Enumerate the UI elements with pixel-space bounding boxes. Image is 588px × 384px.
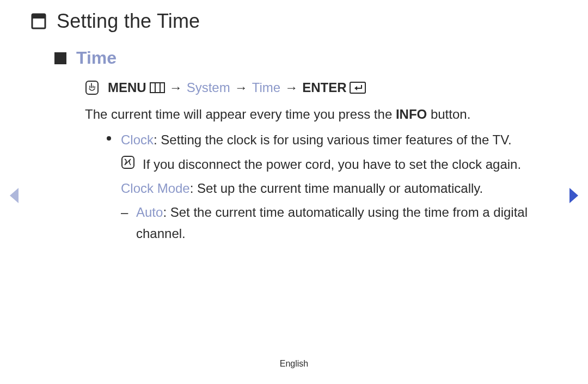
enter-key-icon — [350, 82, 366, 94]
bullet-list: Clock: Setting the clock is for using va… — [107, 130, 558, 244]
page-content: Setting the Time Time MENU → System → Ti… — [0, 0, 588, 244]
svg-rect-1 — [32, 14, 45, 19]
svg-rect-2 — [54, 52, 66, 64]
dash-item-auto: – Auto: Set the current time automatical… — [121, 202, 558, 244]
clockmode-description: : Set up the current time manually or au… — [190, 181, 483, 196]
note-text: If you disconnect the power cord, you ha… — [143, 154, 521, 175]
intro-suffix: button. — [427, 107, 470, 121]
bullet-dot-icon — [107, 130, 112, 150]
page-title: Setting the Time — [57, 10, 200, 33]
intro-paragraph: The current time will appear every time … — [85, 104, 558, 124]
footer-language: English — [0, 359, 588, 369]
dash-mark: – — [121, 202, 128, 244]
clock-description: : Setting the clock is for using various… — [154, 132, 512, 147]
clockmode-row: Clock Mode: Set up the current time manu… — [121, 178, 558, 199]
arrow-separator: → — [234, 78, 249, 97]
clock-term: Clock — [121, 132, 154, 147]
auto-description: : Set the current time automatically usi… — [136, 205, 528, 240]
note-row: If you disconnect the power cord, you ha… — [121, 154, 558, 175]
path-system: System — [187, 78, 230, 97]
menu-label: MENU — [108, 78, 146, 97]
menu-grid-icon — [150, 82, 165, 93]
menu-path: MENU → System → Time → ENTER — [85, 78, 558, 97]
next-page-button[interactable] — [567, 187, 580, 204]
auto-term: Auto — [136, 205, 163, 220]
path-time: Time — [252, 78, 280, 97]
prev-page-button[interactable] — [8, 187, 21, 204]
section-heading-row: Time — [54, 48, 558, 68]
arrow-separator: → — [168, 78, 183, 97]
svg-rect-3 — [86, 81, 98, 94]
note-icon — [121, 154, 135, 175]
page-title-row: Setting the Time — [30, 10, 558, 33]
clockmode-term: Clock Mode — [121, 181, 190, 196]
dash-content: Auto: Set the current time automatically… — [136, 202, 558, 244]
section-heading: Time — [76, 48, 117, 68]
bullet-content: Clock: Setting the clock is for using va… — [121, 130, 512, 150]
intro-prefix: The current time will appear every time … — [85, 107, 396, 121]
svg-rect-4 — [150, 83, 164, 93]
hand-icon — [85, 80, 99, 95]
arrow-separator: → — [284, 78, 299, 97]
square-bullet-icon — [54, 52, 66, 64]
bullet-item-clock: Clock: Setting the clock is for using va… — [107, 130, 558, 150]
info-button-label: INFO — [396, 107, 427, 121]
bookmark-icon — [30, 13, 47, 29]
enter-label: ENTER — [302, 78, 346, 97]
